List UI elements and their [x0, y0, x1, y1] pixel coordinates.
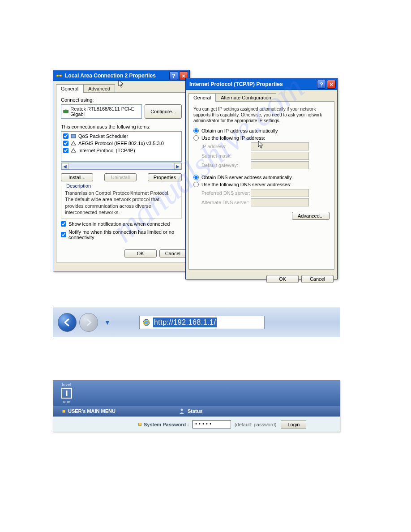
description-group: Description Transmission Control Protoco… [61, 186, 182, 219]
nav-dropdown-icon[interactable]: ▼ [101, 319, 114, 326]
dialog2-title: Internet Protocol (TCP/IP) Properties [189, 81, 314, 87]
tcpip-properties-dialog: Internet Protocol (TCP/IP) Properties ? … [185, 78, 338, 279]
url-field[interactable]: http://192.168.1.1/ [139, 316, 265, 329]
items-label: This connection uses the following items… [61, 124, 182, 129]
item-checkbox[interactable] [63, 141, 68, 146]
adapter-name-display: Reatek RTL8168/8111 PCI-E Gigabi [61, 104, 142, 119]
default-password-hint: (default: password) [235, 422, 277, 427]
description-text: Transmission Control Protocol/Internet P… [65, 190, 178, 215]
protocol-icon [70, 147, 77, 154]
item-checkbox[interactable] [63, 133, 68, 139]
svg-point-10 [181, 409, 183, 411]
properties-button[interactable]: Properties [148, 173, 182, 181]
form-bullet-icon [138, 423, 141, 426]
router-menu-bar: USER's MAIN MENU Status [53, 406, 340, 416]
dialog2-tabs: General Alternate Configuration [186, 90, 337, 101]
system-password-text: System Password : [144, 422, 189, 427]
use-following-ip-radio[interactable] [193, 135, 199, 141]
svg-rect-1 [60, 75, 62, 77]
show-icon-checkbox[interactable] [61, 221, 66, 227]
logo-top-text: level [62, 382, 71, 387]
ip-address-input [251, 142, 309, 150]
browser-address-bar: ▼ http://192.168.1.1/ [53, 308, 340, 337]
configure-button[interactable]: Configure... [145, 104, 182, 119]
dialog1-title: Local Area Connection 2 Properties [65, 73, 167, 79]
url-text: http://192.168.1.1/ [153, 317, 217, 327]
alternate-dns-label: Alternate DNS server: [201, 200, 251, 205]
advanced-button[interactable]: Advanced... [292, 212, 330, 220]
connection-items-list[interactable]: QoS Packet Scheduler AEGIS Protocol (IEE… [61, 131, 182, 162]
tab-general[interactable]: General [56, 84, 83, 93]
description-legend: Description [65, 183, 92, 189]
obtain-ip-auto-label: Obtain an IP address automatically [201, 128, 278, 133]
list-item[interactable]: AEGIS Protocol (IEEE 802.1x) v3.5.3.0 [61, 140, 181, 147]
cancel-button[interactable]: Cancel [159, 249, 186, 257]
dialog1-tab-body: Connect using: Reatek RTL8168/8111 PCI-E… [56, 92, 187, 262]
subnet-mask-label: Subnet mask: [201, 153, 251, 159]
svg-rect-4 [65, 109, 66, 110]
ie-icon [142, 318, 150, 326]
help-button[interactable]: ? [317, 80, 326, 89]
item-label: AEGIS Protocol (IEEE 802.1x) v3.5.3.0 [78, 141, 164, 146]
list-item[interactable]: Internet Protocol (TCP/IP) [61, 147, 181, 154]
tab-advanced[interactable]: Advanced [83, 84, 115, 93]
forward-button [79, 313, 98, 332]
info-text: You can get IP settings assigned automat… [193, 106, 330, 124]
close-button[interactable]: × [327, 80, 336, 89]
status-label[interactable]: Status [188, 408, 203, 414]
scroll-track[interactable] [68, 163, 174, 169]
ok-button[interactable]: OK [124, 249, 157, 257]
tab-alternate-configuration[interactable]: Alternate Configuration [216, 93, 276, 102]
use-following-dns-label: Use the following DNS server addresses: [201, 182, 291, 187]
use-following-dns-radio[interactable] [193, 182, 199, 187]
main-menu-label: USER's MAIN MENU [68, 408, 116, 414]
system-password-input[interactable]: ••••• [193, 420, 231, 429]
system-password-label: System Password : [138, 422, 189, 427]
obtain-dns-auto-label: Obtain DNS server address automatically [201, 175, 292, 180]
use-following-ip-label: Use the following IP address: [201, 135, 265, 141]
login-button[interactable]: Login [281, 420, 306, 429]
item-checkbox[interactable] [63, 148, 68, 153]
obtain-dns-auto-radio[interactable] [193, 175, 199, 180]
cancel-button[interactable]: Cancel [301, 275, 334, 283]
adapter-icon [63, 108, 68, 115]
notify-label: Notify me when this connection has limit… [68, 229, 182, 240]
ip-address-label: IP address: [201, 144, 251, 149]
horizontal-scrollbar[interactable]: ◀ ▶ [61, 163, 182, 170]
connect-using-label: Connect using: [61, 97, 182, 103]
logo-bottom-text: one [63, 399, 71, 404]
local-area-connection-properties-dialog: Local Area Connection 2 Properties ? × G… [53, 70, 190, 271]
show-icon-label: Show icon in notification area when conn… [68, 221, 170, 227]
uninstall-button[interactable]: Uninstall [104, 173, 137, 181]
dialog1-tabs: General Advanced [53, 81, 189, 92]
router-header: level one [53, 381, 340, 406]
gateway-label: Default gateway: [201, 163, 251, 168]
svg-rect-0 [56, 75, 59, 77]
alternate-dns-input [251, 198, 309, 206]
svg-rect-5 [71, 134, 76, 138]
item-label: QoS Packet Scheduler [78, 133, 128, 139]
router-login-panel: level one USER's MAIN MENU Status System… [53, 380, 340, 432]
item-label: Internet Protocol (TCP/IP) [78, 148, 135, 153]
install-button[interactable]: Install... [61, 173, 93, 181]
router-logo: level one [60, 382, 73, 404]
preferred-dns-input [251, 189, 309, 197]
back-button[interactable] [58, 313, 77, 332]
notify-checkbox[interactable] [61, 232, 66, 237]
person-icon [179, 408, 185, 414]
obtain-ip-auto-radio[interactable] [193, 128, 199, 133]
network-icon [56, 73, 62, 79]
scroll-left-button[interactable]: ◀ [61, 163, 68, 169]
dialog1-titlebar: Local Area Connection 2 Properties ? × [53, 70, 189, 81]
subnet-mask-input [251, 152, 309, 160]
tab-general[interactable]: General [188, 93, 216, 102]
scroll-right-button[interactable]: ▶ [174, 163, 181, 169]
svg-rect-3 [64, 110, 68, 113]
list-item[interactable]: QoS Packet Scheduler [61, 133, 181, 140]
preferred-dns-label: Preferred DNS server: [201, 190, 251, 196]
protocol-icon [70, 140, 77, 146]
dialog2-title-buttons: ? × [317, 80, 336, 89]
logo-one-icon [60, 387, 73, 399]
help-button[interactable]: ? [169, 71, 178, 80]
ok-button[interactable]: OK [266, 275, 299, 283]
